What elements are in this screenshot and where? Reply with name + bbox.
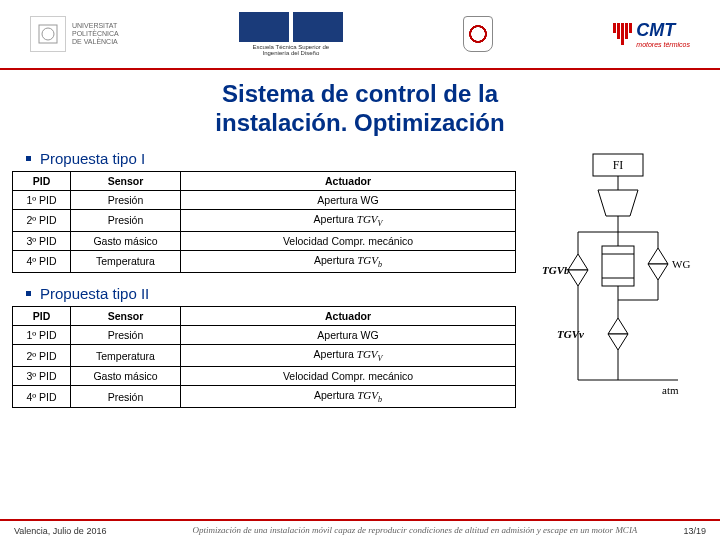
etsid-box-icon xyxy=(239,12,289,42)
diagram-atm-label: atm xyxy=(662,384,679,396)
cell-actuador: Apertura TGVV xyxy=(181,344,516,366)
cell-pid: 3º PID xyxy=(13,367,71,386)
shield-icon xyxy=(463,16,493,52)
svg-marker-12 xyxy=(648,248,668,264)
cell-actuador: Apertura TGVV xyxy=(181,209,516,231)
table-row: 1º PIDPresiónApertura WG xyxy=(13,190,516,209)
footer-page-number: 13/19 xyxy=(666,526,706,536)
cmt-name: CMT xyxy=(636,20,690,41)
table-row: 2º PIDTemperaturaApertura TGVV xyxy=(13,344,516,366)
cell-actuador: Apertura WG xyxy=(181,190,516,209)
table-row: 2º PIDPresiónApertura TGVV xyxy=(13,209,516,231)
cmt-bars-icon xyxy=(613,23,632,45)
cell-pid: 2º PID xyxy=(13,209,71,231)
proposal-1-table: PIDSensorActuador1º PIDPresiónApertura W… xyxy=(12,171,516,273)
diagram-wg-label: WG xyxy=(672,258,690,270)
table-row: 3º PIDGasto másicoVelocidad Compr. mecán… xyxy=(13,231,516,250)
col-sensor: Sensor xyxy=(71,306,181,325)
table-row: 4º PIDPresiónApertura TGVb xyxy=(13,386,516,408)
svg-marker-13 xyxy=(648,264,668,280)
slide-content: Propuesta tipo I PIDSensorActuador1º PID… xyxy=(0,144,720,415)
cell-pid: 1º PID xyxy=(13,325,71,344)
svg-rect-17 xyxy=(602,246,634,286)
upv-logo: UNIVERSITAT POLITÈCNICA DE VALÈNCIA xyxy=(30,12,119,56)
diagram-column: FI TGVb WG xyxy=(528,144,708,415)
cell-pid: 2º PID xyxy=(13,344,71,366)
cell-actuador: Apertura WG xyxy=(181,325,516,344)
title-line1: Sistema de control de la xyxy=(222,80,498,107)
system-diagram: FI TGVb WG xyxy=(538,150,698,410)
slide-footer: Valencia, Julio de 2016 Optimización de … xyxy=(0,519,720,540)
cell-pid: 4º PID xyxy=(13,386,71,408)
section-heading-1: Propuesta tipo I xyxy=(12,144,516,171)
cell-pid: 4º PID xyxy=(13,250,71,272)
proposal-2-table: PIDSensorActuador1º PIDPresiónApertura W… xyxy=(12,306,516,408)
col-sensor: Sensor xyxy=(71,171,181,190)
diagram-fi-label: FI xyxy=(613,158,624,172)
cell-actuador: Apertura TGVb xyxy=(181,250,516,272)
cmt-logo: CMT motores térmicos xyxy=(613,20,690,48)
cell-actuador: Apertura TGVb xyxy=(181,386,516,408)
footer-title: Optimización de una instalación móvil ca… xyxy=(164,525,666,536)
cell-pid: 3º PID xyxy=(13,231,71,250)
upv-text: UNIVERSITAT POLITÈCNICA DE VALÈNCIA xyxy=(72,22,119,45)
tables-column: Propuesta tipo I PIDSensorActuador1º PID… xyxy=(12,144,516,415)
svg-marker-9 xyxy=(568,270,588,286)
col-actuador: Actuador xyxy=(181,171,516,190)
etsid-text: Escuela Técnica Superior de Ingeniería d… xyxy=(246,44,336,56)
slide-title: Sistema de control de la instalación. Op… xyxy=(0,70,720,144)
svg-marker-8 xyxy=(568,254,588,270)
col-pid: PID xyxy=(13,306,71,325)
upv-line3: DE VALÈNCIA xyxy=(72,38,119,46)
cell-sensor: Temperatura xyxy=(71,344,181,366)
diagram-tgvb-label: TGVb xyxy=(542,264,570,276)
etsid-box-icon xyxy=(293,12,343,42)
svg-point-1 xyxy=(42,28,54,40)
slide-header: UNIVERSITAT POLITÈCNICA DE VALÈNCIA Escu… xyxy=(0,0,720,70)
cell-sensor: Presión xyxy=(71,209,181,231)
col-actuador: Actuador xyxy=(181,306,516,325)
cmt-subtitle: motores térmicos xyxy=(636,41,690,48)
etsid-logo: Escuela Técnica Superior de Ingeniería d… xyxy=(239,12,343,56)
section-heading-2: Propuesta tipo II xyxy=(12,279,516,306)
cell-sensor: Gasto másico xyxy=(71,231,181,250)
table-row: 4º PIDTemperaturaApertura TGVb xyxy=(13,250,516,272)
footer-date: Valencia, Julio de 2016 xyxy=(14,526,164,536)
cell-sensor: Presión xyxy=(71,325,181,344)
cell-sensor: Presión xyxy=(71,386,181,408)
svg-marker-22 xyxy=(608,334,628,350)
upv-line2: POLITÈCNICA xyxy=(72,30,119,38)
title-line2: instalación. Optimización xyxy=(215,109,504,136)
upv-line1: UNIVERSITAT xyxy=(72,22,119,30)
col-pid: PID xyxy=(13,171,71,190)
table-row: 1º PIDPresiónApertura WG xyxy=(13,325,516,344)
cell-pid: 1º PID xyxy=(13,190,71,209)
cell-sensor: Temperatura xyxy=(71,250,181,272)
cell-actuador: Velocidad Compr. mecánico xyxy=(181,231,516,250)
table-row: 3º PIDGasto másicoVelocidad Compr. mecán… xyxy=(13,367,516,386)
cell-actuador: Velocidad Compr. mecánico xyxy=(181,367,516,386)
diagram-tgvv-label: TGVv xyxy=(557,328,584,340)
svg-marker-4 xyxy=(598,190,638,216)
cell-sensor: Gasto másico xyxy=(71,367,181,386)
cell-sensor: Presión xyxy=(71,190,181,209)
upv-emblem-icon xyxy=(30,16,66,52)
svg-marker-21 xyxy=(608,318,628,334)
